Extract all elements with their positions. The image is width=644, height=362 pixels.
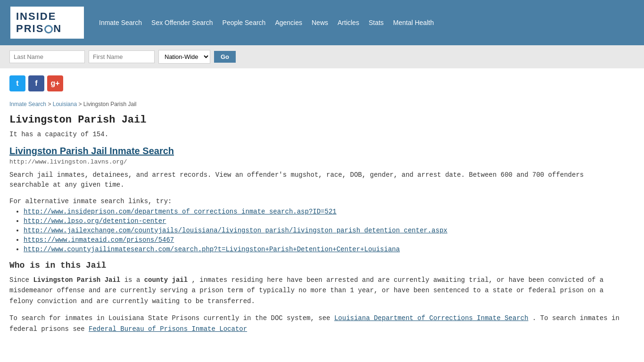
alt-link-5[interactable]: http://www.countyjailinmatesearch.com/se… — [24, 246, 400, 253]
list-item: https://www.inmateaid.com/prisons/5467 — [24, 236, 622, 244]
federal-search-link[interactable]: Federal Bureau of Prisons Inmate Locator — [89, 325, 247, 333]
main-nav: Inmate Search Sex Offender Search People… — [99, 19, 434, 26]
alt-link-1[interactable]: http://www.insideprison.com/departments_… — [24, 208, 337, 215]
list-item: http://www.jailexchange.com/countyjails/… — [24, 227, 622, 234]
search-prisons-text: To search for inmates in Louisiana State… — [9, 313, 622, 334]
inmate-search-link[interactable]: Livingston Parish Jail Inmate Search — [9, 146, 174, 156]
search-bar: Nation-Wide Alabama Alaska Arizona Louis… — [0, 45, 644, 68]
go-button[interactable]: Go — [214, 51, 236, 63]
facebook-icon[interactable]: f — [28, 75, 44, 91]
doc-search-link[interactable]: Louisiana Department of Corrections Inma… — [334, 314, 528, 322]
alt-link-2[interactable]: http://www.lpso.org/detention-center — [24, 217, 166, 225]
breadcrumb: Inmate Search > Louisiana > Livingston P… — [9, 101, 622, 107]
breadcrumb-inmate-search[interactable]: Inmate Search — [9, 101, 46, 107]
twitter-label: t — [16, 79, 18, 88]
logo[interactable]: INSIDE PRIS N — [9, 6, 85, 40]
list-item: http://www.countyjailinmatesearch.com/se… — [24, 246, 622, 253]
nav-agencies[interactable]: Agencies — [275, 19, 302, 26]
gplus-icon[interactable]: g+ — [47, 75, 63, 91]
nav-mental-health[interactable]: Mental Health — [393, 19, 434, 26]
nav-news[interactable]: News — [312, 19, 328, 26]
nav-stats[interactable]: Stats — [369, 19, 384, 26]
nav-sex-offender-search[interactable]: Sex Offender Search — [151, 19, 213, 26]
twitter-icon[interactable]: t — [9, 75, 25, 91]
nav-people-search[interactable]: People Search — [223, 19, 266, 26]
breadcrumb-separator-1: > — [48, 101, 52, 107]
breadcrumb-louisiana[interactable]: Louisiana — [53, 101, 77, 107]
inmate-search-description: Search jail inmates, detainees, and arre… — [9, 170, 622, 190]
who-jail-name: Livingston Parish Jail — [33, 276, 120, 284]
facebook-label: f — [35, 79, 37, 88]
first-name-input[interactable] — [89, 50, 155, 63]
nav-inmate-search[interactable]: Inmate Search — [99, 19, 142, 26]
logo-inside-text: INSIDE — [16, 10, 78, 23]
logo-pris-text: PRIS — [16, 23, 44, 35]
who-text: Since Livingston Parish Jail is a county… — [9, 275, 622, 306]
alt-links-intro: For alternative inmate search links, try… — [9, 197, 622, 205]
list-item: http://www.lpso.org/detention-center — [24, 217, 622, 225]
nav-articles[interactable]: Articles — [338, 19, 359, 26]
gplus-label: g+ — [50, 79, 59, 88]
inmate-search-url: http://www.livingston.lavns.org/ — [9, 158, 622, 165]
who-text-before: Since — [9, 276, 33, 284]
alt-link-4[interactable]: https://www.inmateaid.com/prisons/5467 — [24, 236, 174, 244]
breadcrumb-separator-2: > — [78, 101, 83, 107]
breadcrumb-current: Livingston Parish Jail — [83, 101, 137, 107]
page-title: Livingston Parish Jail — [9, 114, 622, 126]
capacity-text: It has a capacity of 154. — [9, 131, 622, 138]
search-prisons-before: To search for inmates in Louisiana State… — [9, 314, 334, 322]
alt-links-list: http://www.insideprison.com/departments_… — [9, 208, 622, 253]
logo-circle-icon — [44, 25, 53, 33]
logo-n-text: N — [53, 23, 62, 35]
last-name-input[interactable] — [9, 50, 85, 63]
alt-link-3[interactable]: http://www.jailexchange.com/countyjails/… — [24, 227, 447, 234]
logo-prison-text: PRIS N — [16, 23, 78, 35]
header: INSIDE PRIS N Inmate Search Sex Offender… — [0, 0, 644, 45]
social-icons: t f g+ — [0, 68, 644, 96]
state-select[interactable]: Nation-Wide Alabama Alaska Arizona Louis… — [158, 50, 210, 64]
main-content: Inmate Search > Louisiana > Livingston P… — [0, 96, 632, 344]
list-item: http://www.insideprison.com/departments_… — [24, 208, 622, 215]
who-section-title: Who is in this Jail — [9, 261, 622, 270]
who-county-jail: county jail — [144, 276, 188, 284]
inmate-search-heading: Livingston Parish Jail Inmate Search — [9, 146, 622, 156]
who-text-mid1: is a — [124, 276, 144, 284]
